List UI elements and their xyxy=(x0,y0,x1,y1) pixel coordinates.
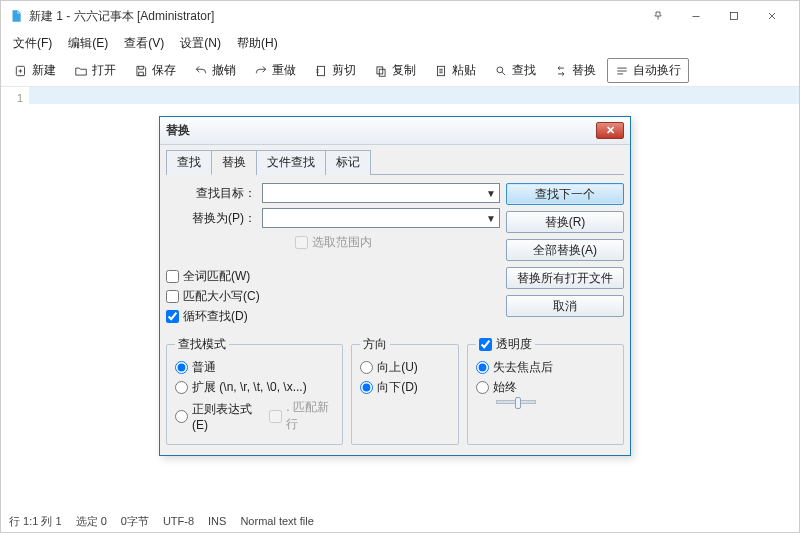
dialog-tabs: 查找 替换 文件查找 标记 xyxy=(166,149,624,175)
save-button[interactable]: 保存 xyxy=(127,59,183,82)
line-number: 1 xyxy=(1,90,23,106)
minimize-button[interactable] xyxy=(677,3,715,29)
paste-button[interactable]: 粘贴 xyxy=(427,59,483,82)
undo-button[interactable]: 撤销 xyxy=(187,59,243,82)
replace-one-button[interactable]: 替换(R) xyxy=(506,211,624,233)
open-label: 打开 xyxy=(92,62,116,79)
redo-button[interactable]: 重做 xyxy=(247,59,303,82)
paste-label: 粘贴 xyxy=(452,62,476,79)
toolbar: 新建 打开 保存 撤销 重做 剪切 复制 粘贴 查找 替换 自动换行 xyxy=(1,55,799,87)
menu-help[interactable]: 帮助(H) xyxy=(229,33,286,54)
tab-mark[interactable]: 标记 xyxy=(325,150,371,175)
whole-word-checkbox[interactable]: 全词匹配(W) xyxy=(166,268,500,285)
text-content[interactable] xyxy=(29,87,799,104)
dropdown-arrow-icon[interactable]: ▼ xyxy=(483,213,499,224)
tab-find[interactable]: 查找 xyxy=(166,150,212,175)
wrap-label: 自动换行 xyxy=(633,62,681,79)
replace-button[interactable]: 替换 xyxy=(547,59,603,82)
trans-always-radio[interactable]: 始终 xyxy=(476,379,615,396)
document-icon xyxy=(9,9,23,23)
replace-all-open-button[interactable]: 替换所有打开文件 xyxy=(506,267,624,289)
maximize-button[interactable] xyxy=(715,3,753,29)
find-button[interactable]: 查找 xyxy=(487,59,543,82)
slider-thumb[interactable] xyxy=(515,397,521,409)
replace-with-input[interactable]: ▼ xyxy=(262,208,500,228)
redo-label: 重做 xyxy=(272,62,296,79)
in-selection-checkbox: 选取范围内 xyxy=(295,234,372,251)
cut-button[interactable]: 剪切 xyxy=(307,59,363,82)
transparency-legend[interactable]: 透明度 xyxy=(476,336,535,353)
line-gutter: 1 xyxy=(1,87,29,512)
pin-button[interactable] xyxy=(639,3,677,29)
direction-legend: 方向 xyxy=(360,336,390,353)
dialog-titlebar[interactable]: 替换 ✕ xyxy=(160,117,630,145)
save-label: 保存 xyxy=(152,62,176,79)
dir-up-radio[interactable]: 向上(U) xyxy=(360,359,450,376)
direction-group: 方向 向上(U) 向下(D) xyxy=(351,336,459,445)
match-case-checkbox[interactable]: 匹配大小写(C) xyxy=(166,288,500,305)
menu-view[interactable]: 查看(V) xyxy=(116,33,172,54)
status-insert-mode: INS xyxy=(208,515,226,527)
mode-regex-radio[interactable]: 正则表达式(E) xyxy=(175,399,259,433)
find-next-button[interactable]: 查找下一个 xyxy=(506,183,624,205)
menubar: 文件(F) 编辑(E) 查看(V) 设置(N) 帮助(H) xyxy=(1,31,799,55)
transparency-group: 透明度 失去焦点后 始终 xyxy=(467,336,624,445)
statusbar: 行 1:1 列 1 选定 0 0字节 UTF-8 INS Normal text… xyxy=(1,510,799,532)
dialog-body: 查找 替换 文件查找 标记 查找目标： ▼ 替换为(P)： ▼ 选取范围内 全词… xyxy=(160,145,630,455)
transparency-slider[interactable] xyxy=(496,400,536,404)
find-target-label: 查找目标： xyxy=(166,185,256,202)
status-encoding: UTF-8 xyxy=(163,515,194,527)
find-target-input[interactable]: ▼ xyxy=(262,183,500,203)
mode-normal-radio[interactable]: 普通 xyxy=(175,359,334,376)
wrap-button[interactable]: 自动换行 xyxy=(607,58,689,83)
match-newline-checkbox: . 匹配新行 xyxy=(269,399,334,433)
dialog-close-button[interactable]: ✕ xyxy=(596,122,624,139)
window-title: 新建 1 - 六六记事本 [Administrator] xyxy=(29,8,214,25)
dropdown-arrow-icon[interactable]: ▼ xyxy=(483,188,499,199)
current-line-highlight xyxy=(29,87,799,104)
replace-label: 替换 xyxy=(572,62,596,79)
svg-point-6 xyxy=(497,66,503,72)
svg-rect-3 xyxy=(377,66,383,73)
svg-rect-0 xyxy=(731,13,738,20)
search-mode-legend: 查找模式 xyxy=(175,336,229,353)
cancel-button[interactable]: 取消 xyxy=(506,295,624,317)
menu-settings[interactable]: 设置(N) xyxy=(172,33,229,54)
close-button[interactable] xyxy=(753,3,791,29)
status-position: 行 1:1 列 1 xyxy=(9,514,62,529)
status-selection: 选定 0 xyxy=(76,514,107,529)
replace-all-button[interactable]: 全部替换(A) xyxy=(506,239,624,261)
search-mode-group: 查找模式 普通 扩展 (\n, \r, \t, \0, \x...) 正则表达式… xyxy=(166,336,343,445)
tab-replace[interactable]: 替换 xyxy=(211,150,257,175)
svg-rect-2 xyxy=(318,66,325,75)
copy-label: 复制 xyxy=(392,62,416,79)
replace-dialog: 替换 ✕ 查找 替换 文件查找 标记 查找目标： ▼ 替换为(P)： ▼ 选取范… xyxy=(159,116,631,456)
trans-onlose-radio[interactable]: 失去焦点后 xyxy=(476,359,615,376)
menu-file[interactable]: 文件(F) xyxy=(5,33,60,54)
find-label: 查找 xyxy=(512,62,536,79)
copy-button[interactable]: 复制 xyxy=(367,59,423,82)
undo-label: 撤销 xyxy=(212,62,236,79)
mode-extended-radio[interactable]: 扩展 (\n, \r, \t, \0, \x...) xyxy=(175,379,334,396)
menu-edit[interactable]: 编辑(E) xyxy=(60,33,116,54)
dialog-title: 替换 xyxy=(166,122,190,139)
new-label: 新建 xyxy=(32,62,56,79)
status-filetype: Normal text file xyxy=(240,515,313,527)
status-bytes: 0字节 xyxy=(121,514,149,529)
dir-down-radio[interactable]: 向下(D) xyxy=(360,379,450,396)
open-button[interactable]: 打开 xyxy=(67,59,123,82)
replace-with-label: 替换为(P)： xyxy=(166,210,256,227)
tab-file-find[interactable]: 文件查找 xyxy=(256,150,326,175)
new-button[interactable]: 新建 xyxy=(7,59,63,82)
wrap-around-checkbox[interactable]: 循环查找(D) xyxy=(166,308,500,325)
svg-rect-4 xyxy=(379,69,385,76)
titlebar: 新建 1 - 六六记事本 [Administrator] xyxy=(1,1,799,31)
cut-label: 剪切 xyxy=(332,62,356,79)
